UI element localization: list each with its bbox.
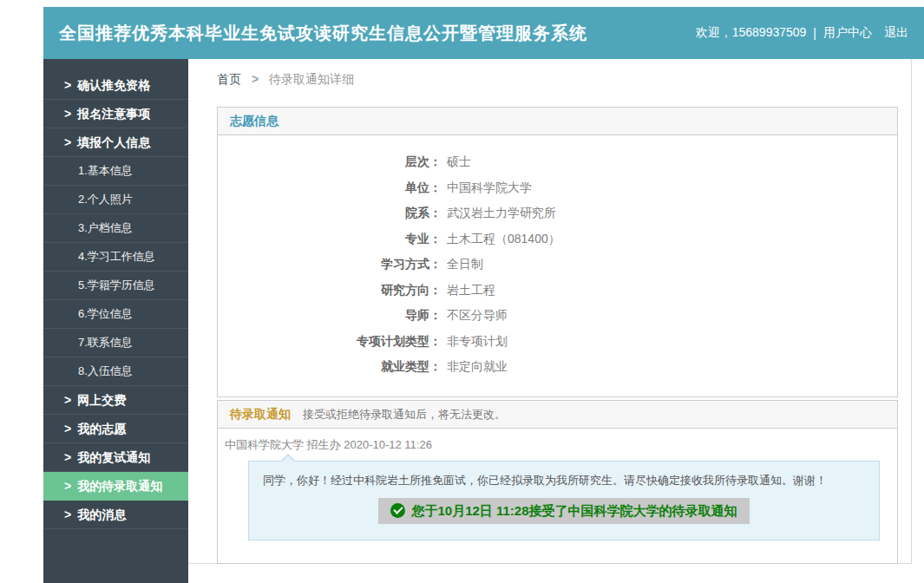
admission-panel-header: 待录取通知 接受或拒绝待录取通知后，将无法更改。 (218, 401, 897, 429)
breadcrumb: 首页 > 待录取通知详细 (217, 72, 354, 88)
field-value: 武汉岩土力学研究所 (447, 206, 556, 219)
field-row-unit: 单位：中国科学院大学 (218, 175, 897, 201)
sidebar-item-study-work-info[interactable]: 4.学习工作信息 (43, 243, 188, 272)
field-value: 非定向就业 (447, 359, 508, 373)
volunteer-panel-title: 志愿信息 (218, 108, 897, 135)
sidebar-item-label: 填报个人信息 (77, 135, 150, 149)
field-row-major: 专业：土木工程（081400） (218, 226, 897, 252)
sidebar-item-label: 1.基本信息 (78, 164, 133, 177)
field-value: 岩土工程 (447, 283, 495, 297)
sidebar-item-personal-photo[interactable]: 2.个人照片 (43, 186, 188, 214)
accepted-status-text: 您于10月12日 11:28接受了中国科学院大学的待录取通知 (411, 503, 737, 518)
main-content: 首页 > 待录取通知详细 志愿信息 层次：硕士 单位：中国科学院大学 院系：武汉… (188, 59, 912, 564)
sidebar-item-label: 我的复试通知 (77, 450, 150, 464)
sidebar-item-label: 5.学籍学历信息 (78, 278, 155, 292)
breadcrumb-home-link[interactable]: 首页 (217, 72, 241, 86)
field-row-employment-type: 就业类型：非定向就业 (218, 354, 897, 380)
sidebar-item-label: 7.联系信息 (78, 336, 133, 349)
sidebar-item-my-volunteer[interactable]: >我的志愿 (43, 415, 188, 443)
field-value: 全日制 (447, 257, 483, 271)
field-row-department: 院系：武汉岩土力学研究所 (218, 200, 897, 226)
sidebar-item-label: 我的志愿 (77, 422, 126, 436)
field-label: 学习方式： (218, 252, 442, 278)
volunteer-panel-body: 层次：硕士 单位：中国科学院大学 院系：武汉岩土力学研究所 专业：土木工程（08… (218, 135, 897, 396)
sidebar-item-registration-notes[interactable]: >报名注意事项 (43, 100, 188, 128)
sidebar-item-label: 我的消息 (77, 508, 126, 521)
sidebar-item-my-admission-notice[interactable]: >我的待录取通知 (43, 472, 188, 501)
admission-notice-panel: 待录取通知 接受或拒绝待录取通知后，将无法更改。 中国科学院大学 招生办 202… (217, 400, 898, 564)
sidebar-nav: >确认推免资格 >报名注意事项 >填报个人信息 1.基本信息 2.个人照片 3.… (43, 59, 188, 583)
field-label: 单位： (218, 175, 442, 201)
field-value: 硕士 (447, 154, 471, 168)
accepted-status-bar: 您于10月12日 11:28接受了中国科学院大学的待录取通知 (378, 498, 749, 524)
field-label: 导师： (218, 303, 442, 329)
user-center-link[interactable]: 用户中心 (823, 25, 872, 41)
admission-panel-subtitle: 接受或拒绝待录取通知后，将无法更改。 (303, 408, 506, 421)
sidebar-item-label: 4.学习工作信息 (78, 250, 155, 263)
chevron-right-icon: > (64, 450, 71, 464)
breadcrumb-separator-icon: > (252, 72, 259, 86)
field-row-special-plan: 专项计划类型：非专项计划 (218, 329, 897, 355)
sidebar-item-my-retest-notice[interactable]: >我的复试通知 (43, 443, 188, 472)
field-label: 专业： (218, 226, 442, 252)
chevron-right-icon: > (64, 78, 71, 92)
notice-sender: 中国科学院大学 招生办 2020-10-12 11:26 (225, 437, 897, 453)
field-row-supervisor: 导师：不区分导师 (218, 303, 897, 329)
sidebar-item-label: 2.个人照片 (78, 193, 133, 206)
field-row-research-direction: 研究方向：岩土工程 (218, 278, 897, 304)
field-label: 层次： (218, 149, 442, 175)
sidebar-item-fill-personal-info[interactable]: >填报个人信息 (43, 128, 188, 157)
header-user-area: 欢迎，15689937509 | 用户中心 退出 (696, 7, 908, 59)
sidebar-item-contact-info[interactable]: 7.联系信息 (43, 329, 188, 357)
welcome-text: 欢迎，15689937509 (696, 25, 807, 41)
field-value: 中国科学院大学 (447, 180, 532, 194)
sidebar-item-label: 我的待录取通知 (77, 479, 162, 493)
breadcrumb-current: 待录取通知详细 (269, 72, 354, 86)
sidebar-item-confirm-qualification[interactable]: >确认推免资格 (43, 71, 188, 100)
field-value: 不区分导师 (447, 308, 508, 322)
sidebar-item-label: 网上交费 (77, 393, 126, 407)
field-value: 非专项计划 (447, 334, 508, 348)
sidebar-item-basic-info[interactable]: 1.基本信息 (43, 157, 188, 186)
volunteer-info-panel: 志愿信息 层次：硕士 单位：中国科学院大学 院系：武汉岩土力学研究所 专业：土木… (217, 107, 898, 397)
field-label: 研究方向： (218, 278, 442, 304)
system-title: 全国推荐优秀本科毕业生免试攻读研究生信息公开暨管理服务系统 (59, 22, 587, 45)
sidebar-item-my-messages[interactable]: >我的消息 (43, 501, 188, 529)
chevron-right-icon: > (64, 135, 71, 149)
chevron-right-icon: > (64, 393, 71, 407)
chevron-right-icon: > (64, 479, 71, 493)
field-label: 就业类型： (218, 354, 442, 380)
sidebar-item-online-payment[interactable]: >网上交费 (43, 386, 188, 415)
field-value: 土木工程（081400） (447, 232, 560, 246)
field-row-level: 层次：硕士 (218, 149, 897, 175)
sidebar-item-student-status-info[interactable]: 5.学籍学历信息 (43, 272, 188, 300)
header-divider: | (813, 26, 816, 40)
field-label: 专项计划类型： (218, 329, 442, 355)
sidebar-item-label: 确认推免资格 (77, 78, 150, 92)
page: 全国推荐优秀本科毕业生免试攻读研究生信息公开暨管理服务系统 欢迎，1568993… (0, 0, 924, 583)
top-header: 全国推荐优秀本科毕业生免试攻读研究生信息公开暨管理服务系统 欢迎，1568993… (43, 7, 924, 59)
bubble-arrow-icon (280, 454, 296, 462)
sidebar-item-label: 8.入伍信息 (78, 364, 133, 377)
sidebar-item-label: 3.户档信息 (78, 221, 133, 234)
chevron-right-icon: > (64, 508, 71, 521)
notice-message-bubble: 同学，你好！经过中科院岩土所推免面试，你已经拟录取为我所研究生。请尽快确定接收我… (248, 461, 880, 540)
notice-message-text: 同学，你好！经过中科院岩土所推免面试，你已经拟录取为我所研究生。请尽快确定接收我… (263, 473, 865, 488)
admission-panel-title: 待录取通知 (230, 407, 291, 421)
logout-link[interactable]: 退出 (884, 25, 908, 41)
field-label: 院系： (218, 200, 442, 226)
check-circle-icon (390, 503, 405, 518)
chevron-right-icon: > (64, 422, 71, 436)
field-row-study-mode: 学习方式：全日制 (218, 252, 897, 278)
sidebar-item-degree-info[interactable]: 6.学位信息 (43, 300, 188, 329)
sidebar-item-label: 6.学位信息 (78, 307, 133, 320)
chevron-right-icon: > (64, 107, 71, 121)
sidebar-item-household-archive-info[interactable]: 3.户档信息 (43, 214, 188, 243)
sidebar-item-enlistment-info[interactable]: 8.入伍信息 (43, 357, 188, 386)
sidebar-item-label: 报名注意事项 (77, 107, 150, 121)
